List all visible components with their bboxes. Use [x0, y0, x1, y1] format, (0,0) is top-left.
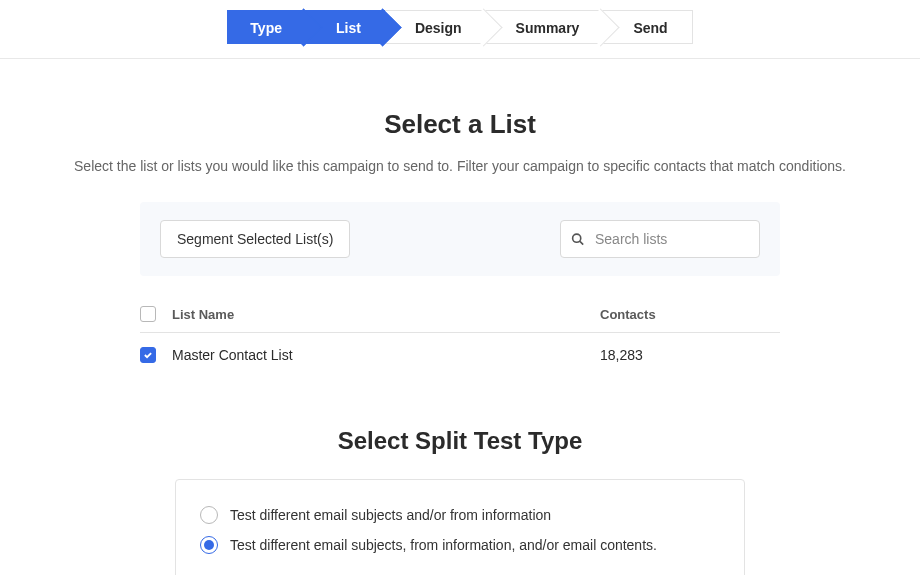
step-summary[interactable]: Summary	[486, 10, 604, 44]
step-type[interactable]: Type	[227, 10, 306, 44]
step-label: List	[336, 20, 361, 36]
split-test-title: Select Split Test Type	[50, 427, 870, 455]
search-icon	[571, 233, 584, 246]
page-subtitle: Select the list or lists you would like …	[50, 158, 870, 174]
row-contacts: 18,283	[600, 347, 780, 363]
split-test-panel: Test different email subjects and/or fro…	[175, 479, 745, 575]
search-input[interactable]	[560, 220, 760, 258]
segment-button[interactable]: Segment Selected List(s)	[160, 220, 350, 258]
list-header: List Name Contacts	[140, 306, 780, 333]
list-table: List Name Contacts Master Contact List 1…	[140, 306, 780, 377]
page-title: Select a List	[50, 109, 870, 140]
step-label: Type	[250, 20, 282, 36]
step-label: Send	[633, 20, 667, 36]
page-content: Select a List Select the list or lists y…	[50, 59, 870, 575]
split-option-subjects[interactable]: Test different email subjects and/or fro…	[200, 500, 720, 530]
step-label: Summary	[516, 20, 580, 36]
radio-label: Test different email subjects, from info…	[230, 537, 657, 553]
header-checkbox-cell	[140, 306, 172, 322]
split-option-contents[interactable]: Test different email subjects, from info…	[200, 530, 720, 560]
radio-button[interactable]	[200, 536, 218, 554]
stepper-bar: Type List Design Summary Send	[0, 0, 920, 59]
radio-button[interactable]	[200, 506, 218, 524]
table-row[interactable]: Master Contact List 18,283	[140, 333, 780, 377]
filter-bar: Segment Selected List(s)	[140, 202, 780, 276]
column-header-contacts: Contacts	[600, 307, 780, 322]
search-box	[560, 220, 760, 258]
radio-label: Test different email subjects and/or fro…	[230, 507, 551, 523]
stepper: Type List Design Summary Send	[227, 10, 692, 44]
row-checkbox-cell	[140, 347, 172, 363]
select-all-checkbox[interactable]	[140, 306, 156, 322]
step-label: Design	[415, 20, 462, 36]
svg-point-0	[573, 234, 581, 242]
row-checkbox[interactable]	[140, 347, 156, 363]
svg-line-1	[580, 241, 583, 244]
column-header-name: List Name	[172, 307, 600, 322]
row-name: Master Contact List	[172, 347, 600, 363]
